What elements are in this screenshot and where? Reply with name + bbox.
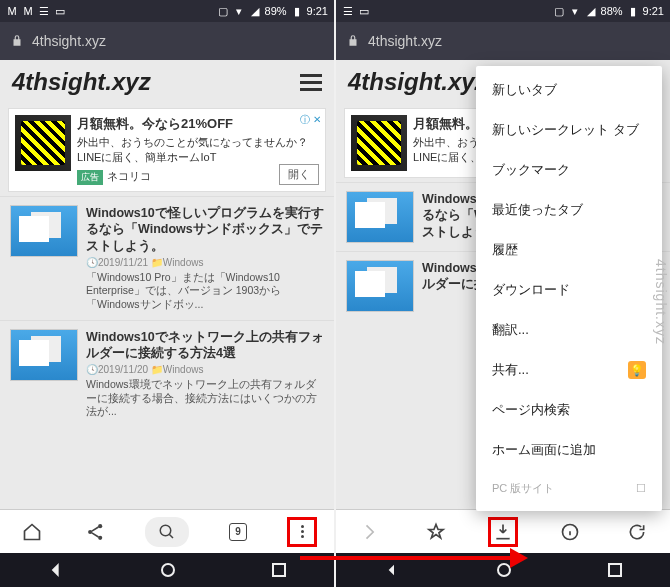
ad-image [15,115,71,171]
ad-open-button[interactable]: 開く [279,164,319,185]
app-icon: ☰ [38,5,50,17]
home-icon[interactable] [17,517,47,547]
svg-point-4 [162,564,174,576]
annotation-arrow [300,544,530,572]
article-thumb [346,191,414,243]
folder-icon: 📁 [151,257,163,268]
hamburger-icon[interactable] [300,74,322,91]
menu-new-tab[interactable]: 新しいタブ [476,70,662,110]
clock-icon: 🕓 [86,257,98,268]
tip-icon: 💡 [628,361,646,379]
article-title: Windows10で怪しいプログラムを実行するなら「Windowsサンドボックス… [86,205,324,254]
app-icon: ▭ [54,5,66,17]
chrome-toolbar: 9 [0,509,334,553]
gmail-icon: M [6,5,18,17]
vibrate-icon: ▢ [217,5,229,17]
folder-icon: 📁 [151,364,163,375]
battery-text: 89% [265,5,287,17]
site-title[interactable]: 4thsight.xyz [348,68,487,96]
home-icon[interactable] [161,563,175,577]
phone-left: M M ☰ ▭ ▢ ▾ ◢ 89% ▮ 9:21 4thsight.xyz 4t… [0,0,334,587]
wifi-icon: ▾ [569,5,581,17]
phone-right: ☰ ▭ ▢ ▾ ◢ 88% ▮ 9:21 4thsight.xyz 4thsig… [336,0,670,587]
menu-bookmarks[interactable]: ブックマーク [476,150,662,190]
ad-card[interactable]: 月額無料。今なら21%OFF 外出中、おうちのことが気になってませんか？ LIN… [8,108,326,192]
wifi-icon: ▾ [233,5,245,17]
url-text: 4thsight.xyz [32,33,106,49]
overview-icon[interactable] [608,563,622,577]
lock-icon [10,34,24,48]
ad-image [351,115,407,171]
clock-text: 9:21 [307,5,328,17]
menu-translate[interactable]: 翻訳... [476,310,662,350]
url-bar[interactable]: 4thsight.xyz [336,22,670,60]
signal-icon: ◢ [249,5,261,17]
menu-find-in-page[interactable]: ページ内検索 [476,390,662,430]
app-icon: ▭ [358,5,370,17]
vibrate-icon: ▢ [553,5,565,17]
ad-brand: ネコリコ [107,170,151,182]
lock-icon [346,34,360,48]
back-icon[interactable] [48,562,64,578]
menu-downloads[interactable]: ダウンロード [476,270,662,310]
android-navbar [0,553,334,587]
svg-rect-8 [609,564,621,576]
article-title: Windows10でネットワーク上の共有フォルダーに接続する方法4選 [86,329,324,362]
menu-desktop-site[interactable]: PC 版サイト☐ [476,470,662,507]
gmail-icon: M [22,5,34,17]
overview-icon[interactable] [272,563,286,577]
ad-badge: 広告 [77,170,103,185]
menu-recent-tabs[interactable]: 最近使ったタブ [476,190,662,230]
article-thumb [346,260,414,312]
forward-icon[interactable] [354,517,384,547]
battery-icon: ▮ [291,5,303,17]
battery-icon: ▮ [627,5,639,17]
battery-text: 88% [601,5,623,17]
clock-text: 9:21 [643,5,664,17]
chrome-overflow-menu: 新しいタブ 新しいシークレット タブ ブックマーク 最近使ったタブ 履歴 ダウン… [476,66,662,511]
svg-point-3 [160,525,171,536]
search-icon[interactable] [145,517,189,547]
page-content: 4thsight.xyz 月額無料。今なら21%OFF 外出中、おうちのことが気… [0,60,334,509]
info-icon[interactable] [555,517,585,547]
url-bar[interactable]: 4thsight.xyz [0,22,334,60]
status-bar: M M ☰ ▭ ▢ ▾ ◢ 89% ▮ 9:21 [0,0,334,22]
menu-incognito-tab[interactable]: 新しいシークレット タブ [476,110,662,150]
article-desc: Windows環境でネットワーク上の共有フォルダーに接続する場合、接続方法にはい… [86,378,324,419]
article-thumb [10,329,78,381]
ad-line2: LINEに届く、簡単ホームIoT [77,150,319,165]
bookmark-star-icon[interactable] [421,517,451,547]
menu-history[interactable]: 履歴 [476,230,662,270]
article-item[interactable]: Windows10でネットワーク上の共有フォルダーに接続する方法4選 🕓2019… [0,320,334,427]
ad-line1: 外出中、おうちのことが気になってませんか？ [77,135,319,150]
svg-rect-5 [273,564,285,576]
signal-icon: ◢ [585,5,597,17]
article-item[interactable]: Windows10で怪しいプログラムを実行するなら「Windowsサンドボックス… [0,196,334,320]
site-title[interactable]: 4thsight.xyz [12,68,151,96]
menu-add-to-home[interactable]: ホーム画面に追加 [476,430,662,470]
status-bar: ☰ ▭ ▢ ▾ ◢ 88% ▮ 9:21 [336,0,670,22]
share-icon[interactable] [81,517,111,547]
checkbox-icon: ☐ [636,482,646,495]
clock-icon: 🕓 [86,364,98,375]
article-thumb [10,205,78,257]
reload-icon[interactable] [622,517,652,547]
menu-share[interactable]: 共有...💡 [476,350,662,390]
article-desc: 「Windows10 Pro」または「Windows10 Enterprise」… [86,271,324,312]
ad-title: 月額無料。今なら21%OFF [77,115,319,133]
more-menu-button[interactable] [287,517,317,547]
ad-info-close[interactable]: ⓘ ✕ [300,113,321,127]
watermark: 4thsight.xyz [653,259,669,345]
url-text: 4thsight.xyz [368,33,442,49]
download-icon[interactable] [488,517,518,547]
app-icon: ☰ [342,5,354,17]
tabs-button[interactable]: 9 [223,517,253,547]
